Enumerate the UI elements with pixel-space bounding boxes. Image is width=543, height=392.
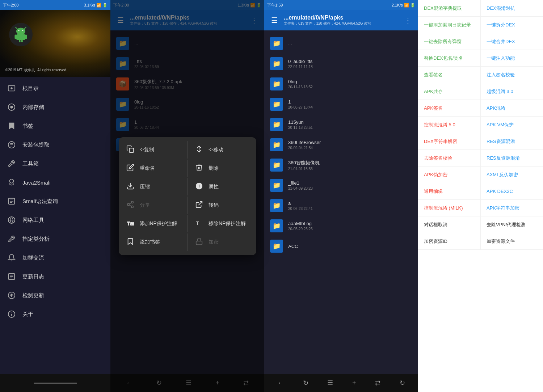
file-name-p3-115yun: 115yun (288, 119, 412, 125)
delete-icon (195, 164, 203, 173)
menu-item-java2smali[interactable]: Java2Smali (0, 173, 110, 192)
context-compress[interactable]: 压缩 (119, 178, 188, 196)
dex-cell-9-right[interactable]: RES反资源混淆 (481, 150, 543, 166)
dex-cell-0-right[interactable]: DEX混淆对抗 (481, 0, 543, 16)
dex-cell-5-left[interactable]: APK共存 (418, 83, 481, 100)
context-encrypt[interactable]: 加密 (188, 233, 256, 252)
dex-cell-12-right[interactable]: APK字符串加密 (481, 200, 543, 216)
dex-cell-6-left[interactable]: APK签名 (418, 100, 481, 116)
dex-cell-8-left[interactable]: DEX字符串解密 (418, 133, 481, 149)
file-item-p3-a[interactable]: 📁 a 20-06-23 22:41 (264, 195, 418, 216)
dex-cell-11-left[interactable]: 通用编辑 (418, 183, 481, 199)
dex-cell-8-right[interactable]: RES资源混淆 (481, 133, 543, 149)
context-add-bookmark[interactable]: 添加书签 (119, 233, 188, 252)
menu-item-root[interactable]: 根目录 (0, 79, 110, 98)
dex-cell-13-left[interactable]: 对话框取消 (418, 216, 481, 233)
dex-cell-12-left[interactable]: 控制流混淆 (MILK) (418, 200, 481, 216)
dex-cell-4-right[interactable]: 注入签名校验 (481, 67, 543, 83)
analysis-icon (7, 235, 16, 243)
menu-item-network[interactable]: 网络工具 (0, 211, 110, 229)
menu-item-about[interactable]: 关于 (0, 305, 110, 324)
menu-label-root: 根目录 (22, 85, 39, 92)
file-item-p3-1[interactable]: 📁 1 20-06-27 18:44 (264, 94, 418, 114)
bookmark-icon (7, 122, 16, 130)
hamburger-icon-panel3[interactable]: ☰ (269, 16, 280, 25)
file-item-p3-360lite[interactable]: 📁 360LiteBrowser 20-09-04 21:54 (264, 135, 418, 155)
context-rename[interactable]: 重命名 (119, 159, 188, 178)
dex-cell-1-left[interactable]: 一键添加漏洞日志记录 (418, 17, 481, 33)
dex-label-11-left: 通用编辑 (424, 189, 443, 194)
dex-cell-3-left[interactable]: 替换DEX包名/类名 (418, 50, 481, 66)
nav-back-panel3[interactable]: ← (277, 379, 284, 387)
dex-cell-2-left[interactable]: 一键去除所有弹窗 (418, 33, 481, 50)
dex-cell-0-left[interactable]: DEX混淆字典提取 (418, 0, 481, 16)
network-panel1: 3.1K/s 📶 🔋 (84, 3, 108, 8)
folder-icon-p3-1: 📁 (270, 98, 283, 111)
menu-item-apk[interactable]: 安装包提取 (0, 135, 110, 154)
nav-refresh-panel3[interactable]: ↻ (303, 379, 308, 387)
context-delete[interactable]: 删除 (188, 159, 256, 178)
dex-cell-5-right[interactable]: 超级混淆 3.0 (481, 83, 543, 100)
svg-rect-9 (21, 40, 23, 42)
java2smali-icon (7, 178, 16, 187)
nav-swap-panel3[interactable]: ⇄ (375, 379, 380, 387)
menu-item-internal[interactable]: 内部存储 (0, 98, 110, 117)
menu-item-smali[interactable]: Smali语法查询 (0, 192, 110, 211)
menu-item-analysis[interactable]: 指定类分析 (0, 229, 110, 248)
nav-bar-panel3: ← ↻ ☰ + ⇄ ↻ (264, 374, 418, 392)
context-copy[interactable]: <-复制 (119, 141, 188, 159)
dex-cell-10-right[interactable]: AXML反伪加密 (481, 167, 543, 183)
svg-point-11 (10, 87, 13, 89)
dex-cell-14-right[interactable]: 加密资源文件 (481, 233, 543, 249)
nav-add-panel3[interactable]: + (352, 379, 356, 387)
time-panel1: 下午2:00 (3, 3, 18, 8)
dex-cell-13-right[interactable]: 去除VPN/代理检测 (481, 216, 543, 233)
dex-cell-3-right[interactable]: 一键注入功能 (481, 50, 543, 66)
nav-refresh2-panel3[interactable]: ↻ (400, 379, 405, 387)
file-item-p3-dotdot[interactable]: 📁 ... (264, 33, 418, 54)
file-item-p3-115yun[interactable]: 📁 115yun 20-11-18 23:51 (264, 114, 418, 135)
menu-item-tools[interactable]: 工具箱 (0, 154, 110, 173)
dex-label-9-right: RES反资源混淆 (487, 155, 520, 161)
menu-label-analysis: 指定类分析 (22, 236, 50, 243)
file-item-p3-360cam[interactable]: 📁 360智能摄像机 21-01-01 15:56 (264, 155, 418, 175)
folder-icon-p3-acc: 📁 (270, 240, 283, 253)
dex-label-1-left: 一键添加漏洞日志记录 (424, 22, 471, 28)
context-remove-np[interactable]: T 移除NP保护注解 (188, 215, 256, 233)
remove-np-icon: T (195, 219, 203, 229)
dex-cell-7-right[interactable]: APK VM保护 (481, 117, 543, 133)
file-meta-p3-audio: 22-04-11 11:18 (288, 65, 412, 69)
context-properties[interactable]: i 属性 (188, 178, 256, 196)
nav-home-panel3[interactable]: ☰ (327, 379, 333, 387)
share-label: 分享 (140, 202, 150, 208)
file-item-p3-file1[interactable]: 📁 _file1 21-04-09 20:28 (264, 175, 418, 195)
file-item-p3-audio[interactable]: 📁 0_audio_tts 22-04-11 11:18 (264, 54, 418, 74)
dex-cell-6-right[interactable]: APK混淆 (481, 100, 543, 116)
home-indicator-panel1 (34, 383, 77, 384)
context-transcode[interactable]: 转码 (188, 196, 256, 215)
dex-cell-7-left[interactable]: 控制流混淆 5.0 (418, 117, 481, 133)
context-share[interactable]: 分享 (119, 196, 188, 215)
dex-cell-14-left[interactable]: 加密资源ID (418, 233, 481, 249)
file-item-p3-acc[interactable]: 📁 ACC (264, 236, 418, 256)
dex-cell-4-left[interactable]: 查看签名 (418, 67, 481, 83)
smali-icon (7, 197, 16, 206)
menu-label-bookmark: 书签 (22, 123, 33, 130)
file-item-p3-aaaMtbLog[interactable]: 📁 aaaMtbLog 20-05-29 23:26 (264, 216, 418, 236)
menu-item-group[interactable]: 加群交流 (0, 248, 110, 267)
menu-item-bookmark[interactable]: 书签 (0, 117, 110, 135)
menu-item-update[interactable]: 检测更新 (0, 286, 110, 305)
more-icon-panel3[interactable]: ⋮ (402, 16, 414, 25)
dex-row-3: 替换DEX包名/类名 一键注入功能 (418, 50, 543, 67)
dex-cell-11-right[interactable]: APK DEX2C (481, 183, 543, 199)
dex-cell-1-right[interactable]: 一键拆分DEX (481, 17, 543, 33)
context-move[interactable]: <-移动 (188, 141, 256, 159)
dex-cell-10-left[interactable]: APK伪加密 (418, 167, 481, 183)
dex-label-2-left: 一键去除所有弹窗 (424, 39, 462, 44)
menu-item-changelog[interactable]: 更新日志 (0, 267, 110, 286)
context-add-np[interactable]: Tꜳ 添加NP保护注解 (119, 215, 188, 233)
dex-cell-2-right[interactable]: 一键合并DEX (481, 33, 543, 50)
file-item-p3-0log[interactable]: 📁 0log 20-11-16 18:52 (264, 74, 418, 94)
dex-cell-9-left[interactable]: 去除签名校验 (418, 150, 481, 166)
path-title-panel3: ...emulated/0/NP/apks (284, 14, 399, 21)
